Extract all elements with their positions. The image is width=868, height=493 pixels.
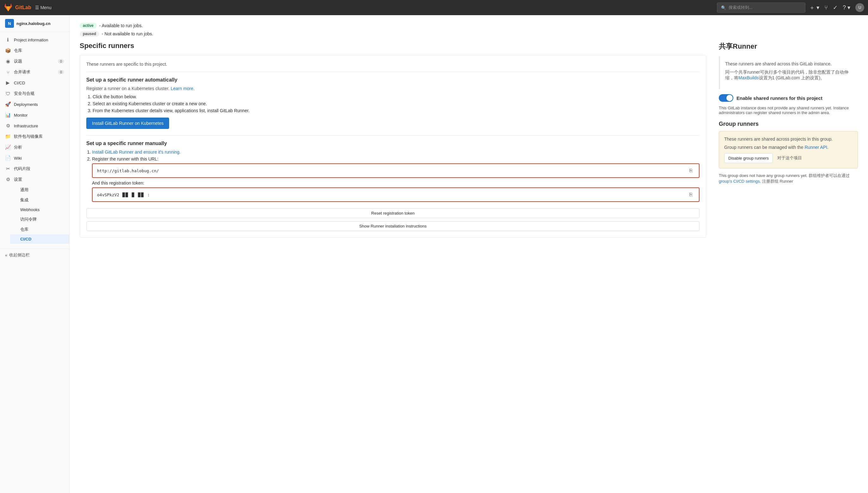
- security-icon: 🛡: [5, 91, 11, 97]
- hamburger-icon: ☰: [35, 5, 39, 10]
- no-group-runners-text: This group does not have any group runne…: [719, 173, 858, 184]
- runner-api-link[interactable]: Runner API: [805, 145, 828, 150]
- sidebar-label-repository: 仓库: [14, 48, 22, 53]
- general-label: 通用: [20, 187, 28, 193]
- no-shared-runners-msg: This GitLab instance does not provide an…: [719, 106, 858, 115]
- install-kubernetes-button[interactable]: Install GitLab Runner on Kubernetes: [86, 117, 169, 129]
- sidebar-item-infrastructure[interactable]: ⚙ Infrastructure: [0, 121, 69, 131]
- merge-requests-badge: 0: [58, 70, 64, 74]
- infrastructure-icon: ⚙: [5, 123, 11, 129]
- sidebar-item-access-tokens[interactable]: 访问令牌: [10, 214, 69, 224]
- sidebar-item-cicd-settings[interactable]: CI/CD: [10, 235, 69, 244]
- user-avatar[interactable]: U: [855, 3, 864, 12]
- menu-button[interactable]: ☰ Menu: [35, 5, 51, 10]
- install-runner-link[interactable]: Install GitLab Runner and ensure it's ru…: [92, 149, 181, 154]
- learn-more-link[interactable]: Learn more.: [171, 86, 194, 91]
- collapse-sidebar-button[interactable]: « 收起侧边栏: [0, 249, 69, 261]
- sidebar: N nginx.halobug.cn ℹ Project information…: [0, 15, 69, 493]
- nav-icons: ＋ ▾ ⑂ ✓ ? ▾ U: [809, 3, 864, 12]
- sidebar-item-analytics[interactable]: 📈 分析: [0, 142, 69, 153]
- merge-requests-icon[interactable]: ⑂: [824, 4, 828, 11]
- disable-group-runners-button[interactable]: Disable group runners: [724, 153, 773, 163]
- sidebar-label-settings: 设置: [14, 177, 22, 183]
- sidebar-item-issues[interactable]: ◉ 议题 0: [0, 56, 69, 67]
- specific-runners-section: Specific runners These runners are speci…: [80, 42, 706, 244]
- cicd-settings-label: CI/CD: [20, 237, 31, 241]
- sidebar-item-merge-requests[interactable]: ⑂ 合并请求 0: [0, 67, 69, 78]
- register-url-label: Register the runner with this URL:: [92, 156, 700, 162]
- sidebar-item-cicd[interactable]: ▶ CI/CD: [0, 78, 69, 88]
- shared-runners-title: 共享Runner: [719, 42, 858, 51]
- copy-token-button[interactable]: ⎘: [687, 191, 695, 198]
- group-runners-actions: Disable group runners 对于这个项目: [724, 153, 852, 163]
- sidebar-item-snippets[interactable]: ✂ 代码片段: [0, 164, 69, 174]
- url-token-box: http://gitlab.halobug.cn/ ⎘: [92, 164, 700, 178]
- collapse-icon: «: [5, 253, 7, 258]
- sidebar-item-project-information[interactable]: ℹ Project information: [0, 35, 69, 45]
- issues-sidebar-icon: ◉: [5, 59, 11, 64]
- sidebar-label-issues: 议题: [14, 59, 22, 64]
- sidebar-item-security[interactable]: 🛡 安全与合规: [0, 88, 69, 99]
- group-runners-desc: These runners are shared across projects…: [724, 136, 852, 142]
- deployments-icon: 🚀: [5, 102, 11, 107]
- registration-token-box: o4vSPkzV2 ██ █ ██ : ⎘: [92, 187, 700, 202]
- search-bar[interactable]: 🔍 搜索或转到...: [717, 2, 805, 13]
- shared-runners-section: 共享Runner These runners are shared across…: [719, 42, 858, 244]
- integrations-label: 集成: [20, 197, 28, 203]
- shared-runner-info-box: These runners are shared across this Git…: [719, 56, 858, 89]
- active-desc: - Available to run jobs.: [99, 23, 143, 28]
- sidebar-item-packages[interactable]: 📁 软件包与镜像库: [0, 131, 69, 142]
- reset-registration-token-button[interactable]: Reset registration token: [86, 208, 700, 218]
- shared-runners-desc: These runners are shared across this Git…: [725, 61, 853, 66]
- issues-icon[interactable]: ✓: [833, 4, 838, 11]
- show-runner-instructions-button[interactable]: Show Runner installation instructions: [86, 221, 700, 231]
- auto-setup-title: Set up a specific runner automatically: [86, 77, 700, 83]
- settings-icon: ⚙: [5, 177, 11, 183]
- sidebar-item-monitor[interactable]: 📊 Monitor: [0, 110, 69, 121]
- sidebar-item-webhooks[interactable]: Webhooks: [10, 205, 69, 214]
- manual-step-2: Register the runner with this URL: http:…: [92, 156, 700, 202]
- sidebar-label-cicd: CI/CD: [14, 81, 25, 85]
- enable-shared-runners-label: Enable shared runners for this project: [737, 95, 823, 101]
- for-project-label: 对于这个项目: [776, 153, 803, 163]
- auto-setup-section: Set up a specific runner automatically R…: [86, 77, 700, 129]
- group-runners-box: These runners are shared across projects…: [719, 131, 858, 168]
- shared-runners-note: 同一个共享runner可执行多个项目的代码，除非您配置了自动伸缩，将MaxBui…: [725, 69, 853, 81]
- group-cicd-link[interactable]: group's CI/CD settings: [719, 179, 760, 184]
- sidebar-item-repository[interactable]: 📦 仓库: [0, 45, 69, 56]
- help-icon[interactable]: ? ▾: [843, 4, 850, 11]
- active-status-row: active - Available to run jobs.: [80, 23, 858, 28]
- sidebar-label-infrastructure: Infrastructure: [14, 124, 38, 128]
- sidebar-item-deployments[interactable]: 🚀 Deployments: [0, 99, 69, 110]
- shared-runners-toggle[interactable]: [719, 94, 733, 102]
- gitlab-logo[interactable]: GitLab: [4, 3, 31, 12]
- sidebar-label-wiki: Wiki: [14, 156, 22, 160]
- new-item-button[interactable]: ＋ ▾: [809, 4, 819, 12]
- issues-badge: 0: [58, 59, 64, 64]
- specific-runners-desc: These runners are specific to this proje…: [86, 62, 700, 67]
- packages-icon: 📁: [5, 134, 11, 140]
- sidebar-label-packages: 软件包与镜像库: [14, 134, 43, 140]
- sidebar-label-snippets: 代码片段: [14, 166, 30, 172]
- access-tokens-label: 访问令牌: [20, 216, 37, 222]
- manual-step-1: Install GitLab Runner and ensure it's ru…: [92, 149, 700, 154]
- sidebar-item-wiki[interactable]: 📄 Wiki: [0, 153, 69, 164]
- sidebar-item-integrations[interactable]: 集成: [10, 195, 69, 205]
- token-value: o4vSPkzV2 ██ █ ██ :: [97, 192, 685, 197]
- copy-url-button[interactable]: ⎘: [687, 167, 695, 174]
- sidebar-project[interactable]: N nginx.halobug.cn: [0, 15, 69, 32]
- registration-token-label: And this registration token:: [92, 180, 700, 186]
- cicd-icon: ▶: [5, 80, 11, 86]
- maxbuilds-link[interactable]: MaxBuilds: [738, 75, 759, 80]
- sidebar-item-settings[interactable]: ⚙ 设置: [0, 174, 69, 185]
- specific-runners-box: These runners are specific to this proje…: [80, 55, 706, 238]
- auto-setup-desc: Register a runner on a Kubernetes cluste…: [86, 86, 700, 91]
- sidebar-label-deployments: Deployments: [14, 102, 38, 107]
- sidebar-item-general[interactable]: 通用: [10, 185, 69, 195]
- manual-setup-title: Set up a specific runner manually: [86, 141, 700, 146]
- snippets-icon: ✂: [5, 166, 11, 172]
- sidebar-item-repository-settings[interactable]: 仓库: [10, 224, 69, 235]
- top-navigation: GitLab ☰ Menu 🔍 搜索或转到... ＋ ▾ ⑂ ✓ ? ▾ U: [0, 0, 868, 15]
- sidebar-label-merge-requests: 合并请求: [14, 69, 30, 75]
- webhooks-label: Webhooks: [20, 207, 40, 212]
